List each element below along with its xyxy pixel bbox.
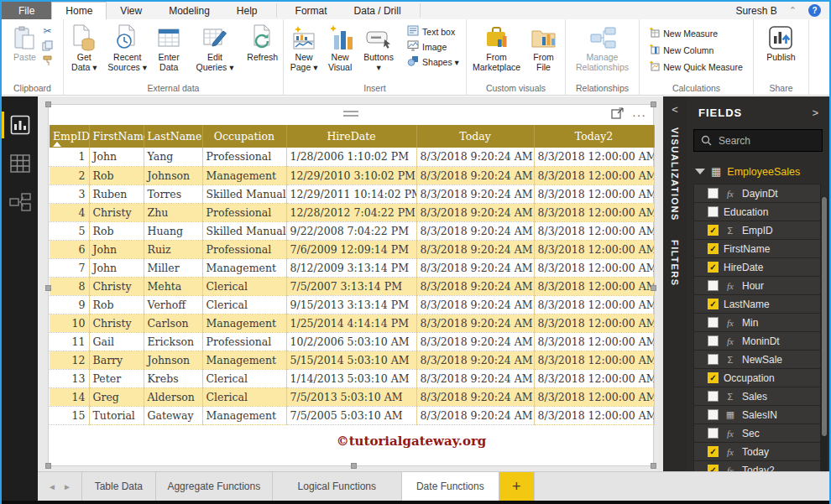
field-checkbox-checked[interactable]: ✓	[708, 299, 719, 309]
field-checkbox-checked[interactable]: ✓	[708, 262, 719, 273]
data-view-button[interactable]	[2, 147, 38, 180]
column-header-today[interactable]: Today	[416, 125, 534, 148]
page-tab-logical-functions[interactable]: Logical Functions	[273, 472, 402, 501]
new-page-tab-button[interactable]: +	[499, 472, 535, 501]
field-checkbox-unchecked[interactable]	[708, 335, 719, 346]
new-page-button[interactable]: New Page ▾	[287, 23, 321, 73]
visualizations-pane-collapsed[interactable]: VISUALIZATIONS	[670, 127, 680, 221]
image-button[interactable]: Image	[407, 40, 459, 53]
paste-button[interactable]: Paste	[11, 23, 39, 63]
field-checkbox-unchecked[interactable]	[708, 428, 719, 439]
field-item-firstname[interactable]: ✓FirstName	[693, 239, 821, 257]
focus-mode-icon[interactable]	[611, 107, 624, 122]
menu-tab-format[interactable]: Format	[282, 2, 341, 19]
get-data-button[interactable]: Get Data ▾	[65, 23, 103, 73]
menu-tab-home[interactable]: Home	[51, 2, 107, 19]
recent-sources-button[interactable]: Recent Sources ▾	[105, 23, 150, 73]
resize-handle[interactable]	[45, 101, 51, 107]
field-checkbox-unchecked[interactable]	[708, 391, 719, 402]
visual-drag-handle[interactable]	[343, 108, 358, 117]
field-checkbox-unchecked[interactable]	[708, 354, 719, 365]
field-checkbox-unchecked[interactable]	[708, 188, 719, 199]
resize-handle[interactable]	[651, 285, 656, 291]
field-item-sales[interactable]: ΣSales	[693, 387, 821, 405]
from-marketplace-button[interactable]: From Marketplace	[470, 23, 524, 73]
model-view-button[interactable]	[2, 185, 38, 219]
manage-relationships-button[interactable]: Manage Relationships	[570, 23, 635, 73]
field-item-today[interactable]: ✓fxToday	[693, 442, 821, 460]
cut-icon[interactable]: ✂	[41, 24, 55, 37]
column-header-lastname[interactable]: LastName	[144, 125, 202, 148]
field-item-empid[interactable]: ✓ΣEmpID	[693, 221, 821, 239]
buttons-button[interactable]: Buttons ▾	[359, 23, 398, 73]
fields-table-employeesales[interactable]: ▦ EmployeeSales	[687, 160, 829, 184]
field-item-sec[interactable]: fxSec	[693, 423, 821, 442]
page-tab-date-functions[interactable]: Date Functions	[402, 472, 499, 501]
column-header-occupation[interactable]: Occupation	[202, 125, 286, 148]
field-item-salesin[interactable]: ▦SalesIN	[693, 405, 821, 423]
from-file-button[interactable]: From File	[525, 23, 562, 73]
menu-tab-help[interactable]: Help	[223, 2, 271, 19]
new-measure-button[interactable]: New Measure	[648, 27, 743, 39]
field-checkbox-unchecked[interactable]	[708, 206, 719, 217]
more-options-icon[interactable]: ···	[632, 111, 646, 119]
field-checkbox-unchecked[interactable]	[708, 409, 719, 420]
field-checkbox-unchecked[interactable]	[708, 280, 719, 291]
column-header-firstname[interactable]: FirstName	[89, 125, 144, 148]
field-item-hour[interactable]: fxHour	[693, 276, 821, 294]
next-page-icon[interactable]: ►	[63, 482, 71, 491]
help-icon[interactable]: ?	[808, 4, 821, 17]
field-item-lastname[interactable]: ✓LastName	[693, 294, 821, 313]
copy-icon[interactable]	[41, 39, 55, 52]
shapes-button[interactable]: Shapes ▾	[407, 55, 459, 68]
page-tab-table-data[interactable]: Table Data	[81, 472, 156, 501]
table-visual[interactable]: ··· EmpIDFirstNameLastNameOccupationHire…	[48, 104, 654, 466]
field-checkbox-checked[interactable]: ✓	[708, 372, 719, 383]
collapse-table-icon[interactable]	[695, 169, 705, 174]
collapse-ribbon-icon[interactable]: ⌃	[789, 5, 797, 16]
field-item-occupation[interactable]: ✓Occupation	[693, 368, 821, 387]
enter-data-button[interactable]: Enter Data	[152, 23, 186, 73]
report-view-button[interactable]	[2, 108, 38, 142]
report-canvas[interactable]: ··· EmpIDFirstNameLastNameOccupationHire…	[38, 96, 663, 471]
field-checkbox-checked[interactable]: ✓	[708, 243, 719, 254]
expand-pane-icon[interactable]: <	[663, 96, 687, 127]
publish-button[interactable]: Publish	[764, 23, 797, 63]
new-quick-measure-button[interactable]: New Quick Measure	[648, 60, 743, 73]
field-item-newsale[interactable]: ΣNewSale	[693, 350, 821, 368]
menu-tab-view[interactable]: View	[107, 2, 155, 19]
filters-pane-collapsed[interactable]: FILTERS	[670, 240, 680, 287]
new-visual-button[interactable]: New Visual	[322, 23, 358, 73]
menu-tab-modeling[interactable]: Modeling	[155, 2, 223, 19]
column-header-hiredate[interactable]: HireDate	[286, 125, 416, 148]
resize-handle[interactable]	[651, 101, 656, 107]
text-box-button[interactable]: Text box	[407, 25, 459, 38]
previous-page-icon[interactable]: ◄	[48, 482, 56, 491]
menu-tab-file[interactable]: File	[2, 2, 51, 19]
collapse-pane-icon[interactable]: >	[812, 107, 819, 119]
refresh-button[interactable]: Refresh	[243, 23, 281, 63]
resize-handle[interactable]	[45, 285, 51, 291]
search-input[interactable]	[719, 135, 811, 147]
scrollbar-thumb[interactable]	[822, 197, 827, 436]
resize-handle[interactable]	[351, 463, 357, 469]
field-item-monindt[interactable]: fxMoninDt	[693, 331, 821, 350]
resize-handle[interactable]	[45, 463, 51, 469]
menu-tab-data-drill[interactable]: Data / Drill	[341, 2, 415, 19]
column-header-today2[interactable]: Today2	[534, 125, 654, 148]
signed-in-user[interactable]: Suresh B	[735, 5, 776, 17]
resize-handle[interactable]	[651, 463, 656, 469]
fields-scrollbar[interactable]	[821, 197, 828, 489]
column-header-empid[interactable]: EmpID	[50, 125, 89, 148]
field-item-min[interactable]: fxMin	[693, 313, 821, 331]
edit-queries-button[interactable]: Edit Queries ▾	[194, 23, 237, 73]
field-search-box[interactable]	[693, 129, 823, 152]
field-item-dayindt[interactable]: fxDayinDt	[693, 184, 821, 202]
new-column-button[interactable]: New Column	[648, 44, 743, 56]
field-checkbox-unchecked[interactable]	[708, 317, 719, 328]
page-tab-aggregate-functions[interactable]: Aggregate Functions	[156, 472, 273, 501]
format-painter-icon[interactable]	[41, 55, 55, 67]
field-checkbox-checked[interactable]: ✓	[708, 446, 719, 457]
field-checkbox-checked[interactable]: ✓	[708, 225, 719, 236]
field-item-education[interactable]: Education	[693, 202, 821, 221]
